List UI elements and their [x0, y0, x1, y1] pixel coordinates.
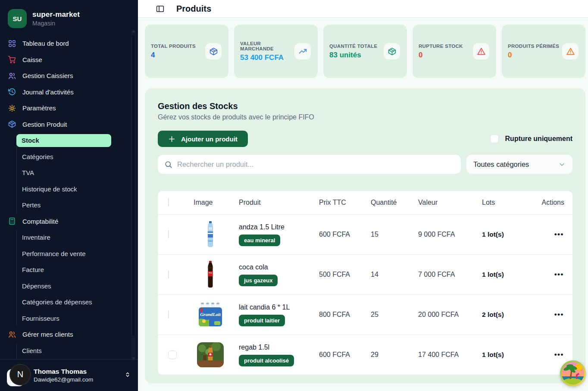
sidebar-item-performance-vente[interactable]: Performance de vente [17, 246, 138, 262]
stat-label: RUPTURE STOCK [419, 44, 463, 49]
app-title: super-market [32, 10, 80, 19]
sidebar-item-inventaire[interactable]: Inventaire [17, 229, 138, 246]
dashboard-icon [8, 39, 16, 48]
category-badge: produit laitier [239, 315, 285, 326]
sidebar-item-pertes[interactable]: Pertes [17, 197, 138, 213]
gestion-produit-subgroup: Stock Catégories TVA Historique de stock… [16, 134, 138, 213]
table-row: GrandLait lait candia 6 * 1L produit lai… [158, 294, 572, 335]
stat-card-total-produits: TOTAL PRODUITS 4 [145, 25, 228, 78]
sidebar-item-gestion-caissiers[interactable]: Gestion Caissiers [0, 68, 138, 84]
select-all-checkbox[interactable] [168, 198, 169, 206]
sidebar-scrollbar-thumb[interactable] [131, 34, 135, 336]
sidebar-item-tableau-de-bord[interactable]: Tableau de bord [0, 35, 138, 52]
product-price: 600 FCFA [316, 231, 367, 238]
sidebar-item-label: Facture [22, 266, 44, 273]
stat-value: 53 400 FCFA [240, 53, 294, 62]
chevron-down-icon [558, 161, 566, 168]
add-product-button[interactable]: Ajouter un produit [158, 131, 248, 147]
tropical-island-icon [560, 360, 586, 387]
product-quantity: 15 [367, 231, 415, 238]
panel-subtitle: Gérez vos stocks de produits avec le pri… [158, 113, 572, 121]
stats-cards: TOTAL PRODUITS 4 VALEUR MARCHANDE 53 400… [145, 25, 585, 78]
sidebar-item-comptabilite[interactable]: Comptabilité [0, 213, 138, 230]
product-name: coca cola [239, 263, 316, 271]
table-row: andza 1.5 Litre eau mineral 600 FCFA 15 … [158, 214, 572, 254]
category-filter-select[interactable]: Toutes catégories [466, 155, 572, 174]
sidebar-item-categories-depenses[interactable]: Catégories de dépenses [17, 294, 138, 310]
user-menu-button[interactable]: N Thomas Thomas Dawidje62@gmail.com [0, 359, 138, 391]
sidebar-item-label: Dépenses [22, 282, 51, 290]
sidebar-item-categories[interactable]: Catégories [17, 149, 138, 165]
column-header-prix: Prix TTC [316, 199, 367, 206]
plus-icon [168, 135, 175, 143]
stat-label: QUANTITÉ TOTALE [329, 44, 377, 49]
sidebar-scrollbar[interactable] [131, 29, 136, 360]
sidebar-item-label: Clients [22, 347, 42, 354]
app-brand: SU super-market Magasin [0, 3, 138, 34]
users-icon [8, 330, 16, 339]
scrollbar-up-arrow-icon[interactable] [132, 30, 135, 32]
rupture-label[interactable]: Rupture uniquement [505, 135, 572, 143]
row-checkbox[interactable] [168, 350, 177, 359]
cart-icon [8, 55, 16, 64]
column-header-quantite: Quantité [367, 199, 415, 206]
sidebar-nav: Tableau de bord Caisse Gestion Caissiers… [0, 34, 138, 359]
row-checkbox[interactable] [168, 230, 169, 238]
product-price: 600 FCFA [316, 351, 367, 359]
sidebar-toggle-button[interactable] [155, 4, 165, 13]
table-header-row: Image Produit Prix TTC Quantité Valeur L… [158, 191, 572, 214]
history-icon [8, 88, 16, 96]
row-actions-button[interactable]: ••• [554, 271, 564, 278]
sidebar-item-parametres[interactable]: Paramètres [0, 100, 138, 116]
users-icon [8, 72, 16, 80]
row-actions-button[interactable]: ••• [554, 311, 564, 318]
rupture-checkbox[interactable] [490, 135, 499, 143]
sidebar-item-fournisseurs[interactable]: Fournisseurs [17, 310, 138, 327]
product-price: 500 FCFA [316, 271, 367, 278]
rupture-filter[interactable]: Rupture uniquement [490, 135, 572, 143]
stat-value: 4 [151, 51, 196, 59]
app-subtitle: Magasin [32, 20, 80, 27]
sidebar-item-historique-stock[interactable]: Historique de stock [17, 181, 138, 197]
comptabilite-subgroup: Inventaire Performance de vente Facture … [16, 229, 138, 326]
sidebar-item-gerer-clients[interactable]: Gérer mes clients [0, 326, 138, 343]
product-quantity: 14 [367, 271, 415, 278]
product-lots: 2 lot(s) [479, 311, 535, 319]
main-area: Produits TOTAL PRODUITS 4 VALEUR MARCHAN… [138, 0, 588, 391]
sidebar-item-label: Gérer mes clients [22, 331, 73, 338]
sidebar-item-facture[interactable]: Facture [17, 262, 138, 278]
row-actions-button[interactable]: ••• [554, 231, 564, 238]
stat-card-quantite-totale: QUANTITÉ TOTALE 83 unités [323, 25, 407, 78]
stat-value: 0 [419, 51, 463, 59]
avatar-letter: N [10, 365, 30, 385]
trending-up-icon [294, 43, 311, 59]
scrollbar-down-arrow-icon[interactable] [132, 357, 135, 360]
sidebar: SU super-market Magasin Tableau de bord … [0, 0, 138, 391]
package-icon [8, 120, 16, 128]
column-header-image: Image [182, 199, 235, 206]
product-value: 20 000 FCFA [415, 311, 479, 319]
island-badge-button[interactable] [560, 360, 586, 387]
sidebar-item-depenses[interactable]: Dépenses [17, 278, 138, 294]
product-price: 800 FCFA [316, 311, 367, 319]
row-actions-button[interactable]: ••• [554, 351, 564, 358]
row-checkbox[interactable] [168, 310, 169, 319]
category-badge: jus gazeux [239, 275, 278, 286]
sidebar-item-tva[interactable]: TVA [17, 165, 138, 181]
sidebar-item-caisse[interactable]: Caisse [0, 52, 138, 68]
product-value: 17 400 FCFA [415, 351, 479, 359]
row-checkbox[interactable] [168, 270, 169, 278]
sidebar-item-journal-activites[interactable]: Journal d'activités [0, 84, 138, 100]
column-header-valeur: Valeur [415, 199, 479, 206]
product-image-regab-beer [182, 342, 235, 367]
search-input[interactable] [177, 160, 454, 169]
chevron-up-down-icon [124, 371, 131, 380]
sidebar-item-clients[interactable]: Clients [17, 343, 138, 359]
sidebar-item-stock[interactable]: Stock [16, 134, 111, 147]
sidebar-item-gestion-produit[interactable]: Gestion Produit [0, 116, 138, 133]
stat-value: 83 unités [329, 51, 377, 59]
stat-value: 0 [508, 51, 559, 59]
stat-card-rupture-stock: RUPTURE STOCK 0 [413, 25, 496, 78]
sidebar-item-label: Performance de vente [22, 250, 86, 257]
product-value: 7 000 FCFA [415, 271, 479, 278]
